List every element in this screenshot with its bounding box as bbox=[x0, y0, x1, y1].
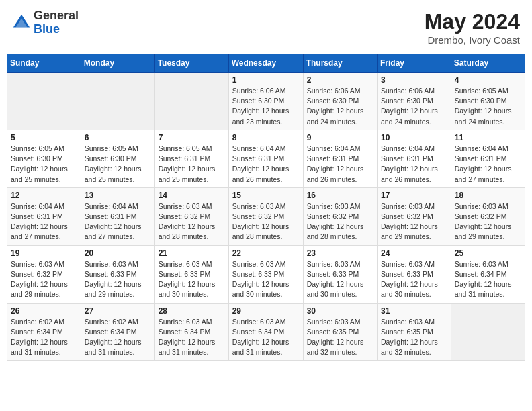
day-info: Sunrise: 6:03 AMSunset: 6:34 PMDaylight:… bbox=[159, 317, 225, 358]
day-info: Sunrise: 6:04 AMSunset: 6:31 PMDaylight:… bbox=[232, 144, 300, 185]
weekday-header-saturday: Saturday bbox=[451, 54, 525, 73]
logo-general-label: General bbox=[34, 9, 79, 23]
day-number: 15 bbox=[232, 191, 300, 200]
day-info: Sunrise: 6:03 AMSunset: 6:33 PMDaylight:… bbox=[85, 259, 151, 300]
day-number: 11 bbox=[455, 133, 521, 142]
day-info: Sunrise: 6:03 AMSunset: 6:34 PMDaylight:… bbox=[455, 259, 521, 300]
day-number: 4 bbox=[455, 75, 521, 85]
day-number: 29 bbox=[232, 306, 300, 316]
day-number: 12 bbox=[11, 191, 77, 200]
calendar-cell: 3Sunrise: 6:06 AMSunset: 6:30 PMDaylight… bbox=[378, 73, 451, 130]
calendar-cell: 12Sunrise: 6:04 AMSunset: 6:31 PMDayligh… bbox=[7, 187, 81, 245]
day-number: 30 bbox=[307, 306, 373, 316]
day-number: 6 bbox=[85, 133, 151, 142]
day-number: 13 bbox=[85, 191, 151, 200]
day-info: Sunrise: 6:04 AMSunset: 6:31 PMDaylight:… bbox=[307, 144, 373, 185]
calendar-cell: 6Sunrise: 6:05 AMSunset: 6:30 PMDaylight… bbox=[81, 130, 154, 187]
calendar-cell bbox=[81, 73, 154, 130]
day-number: 10 bbox=[381, 133, 447, 142]
day-info: Sunrise: 6:05 AMSunset: 6:31 PMDaylight:… bbox=[159, 144, 225, 185]
day-number: 20 bbox=[85, 248, 151, 258]
calendar-cell: 18Sunrise: 6:03 AMSunset: 6:32 PMDayligh… bbox=[451, 187, 525, 245]
calendar-title: May 2024 bbox=[425, 9, 520, 34]
day-number: 22 bbox=[232, 248, 300, 258]
day-number: 24 bbox=[381, 248, 447, 258]
weekday-header-monday: Monday bbox=[81, 54, 154, 73]
calendar-table: SundayMondayTuesdayWednesdayThursdayFrid… bbox=[7, 54, 525, 361]
weekday-header-sunday: Sunday bbox=[7, 54, 81, 73]
calendar-cell: 28Sunrise: 6:03 AMSunset: 6:34 PMDayligh… bbox=[154, 303, 228, 361]
calendar-cell: 24Sunrise: 6:03 AMSunset: 6:33 PMDayligh… bbox=[378, 245, 451, 303]
day-info: Sunrise: 6:03 AMSunset: 6:32 PMDaylight:… bbox=[232, 201, 300, 242]
calendar-week-5: 26Sunrise: 6:02 AMSunset: 6:34 PMDayligh… bbox=[7, 303, 525, 361]
day-number: 3 bbox=[381, 75, 447, 85]
day-info: Sunrise: 6:02 AMSunset: 6:34 PMDaylight:… bbox=[11, 317, 77, 358]
day-info: Sunrise: 6:03 AMSunset: 6:32 PMDaylight:… bbox=[11, 259, 77, 300]
calendar-week-2: 5Sunrise: 6:05 AMSunset: 6:30 PMDaylight… bbox=[7, 130, 525, 187]
day-info: Sunrise: 6:03 AMSunset: 6:33 PMDaylight:… bbox=[307, 259, 373, 300]
calendar-cell bbox=[451, 303, 525, 361]
weekday-header-thursday: Thursday bbox=[303, 54, 377, 73]
calendar-location: Drembo, Ivory Coast bbox=[425, 34, 520, 46]
calendar-cell: 22Sunrise: 6:03 AMSunset: 6:33 PMDayligh… bbox=[228, 245, 303, 303]
calendar-week-4: 19Sunrise: 6:03 AMSunset: 6:32 PMDayligh… bbox=[7, 245, 525, 303]
day-number: 25 bbox=[455, 248, 521, 258]
calendar-cell: 5Sunrise: 6:05 AMSunset: 6:30 PMDaylight… bbox=[7, 130, 81, 187]
weekday-header-tuesday: Tuesday bbox=[154, 54, 228, 73]
day-info: Sunrise: 6:06 AMSunset: 6:30 PMDaylight:… bbox=[381, 86, 447, 127]
calendar-week-1: 1Sunrise: 6:06 AMSunset: 6:30 PMDaylight… bbox=[7, 73, 525, 130]
day-number: 8 bbox=[232, 133, 300, 142]
logo-blue-label: Blue bbox=[34, 23, 79, 36]
day-number: 23 bbox=[307, 248, 373, 258]
day-number: 21 bbox=[159, 248, 225, 258]
day-number: 19 bbox=[11, 248, 77, 258]
calendar-cell: 4Sunrise: 6:05 AMSunset: 6:30 PMDaylight… bbox=[451, 73, 525, 130]
calendar-cell: 2Sunrise: 6:06 AMSunset: 6:30 PMDaylight… bbox=[303, 73, 377, 130]
day-info: Sunrise: 6:04 AMSunset: 6:31 PMDaylight:… bbox=[11, 201, 77, 242]
day-number: 27 bbox=[85, 306, 151, 316]
calendar-cell bbox=[154, 73, 228, 130]
day-info: Sunrise: 6:03 AMSunset: 6:35 PMDaylight:… bbox=[381, 317, 447, 358]
day-info: Sunrise: 6:03 AMSunset: 6:32 PMDaylight:… bbox=[381, 201, 447, 242]
logo: General Blue bbox=[12, 9, 79, 36]
calendar-cell: 21Sunrise: 6:03 AMSunset: 6:33 PMDayligh… bbox=[154, 245, 228, 303]
page-header: General Blue May 2024 Drembo, Ivory Coas… bbox=[7, 7, 525, 48]
weekday-header-wednesday: Wednesday bbox=[228, 54, 303, 73]
calendar-cell: 23Sunrise: 6:03 AMSunset: 6:33 PMDayligh… bbox=[303, 245, 377, 303]
calendar-cell: 25Sunrise: 6:03 AMSunset: 6:34 PMDayligh… bbox=[451, 245, 525, 303]
day-info: Sunrise: 6:05 AMSunset: 6:30 PMDaylight:… bbox=[11, 144, 77, 185]
calendar-cell: 14Sunrise: 6:03 AMSunset: 6:32 PMDayligh… bbox=[154, 187, 228, 245]
calendar-cell: 29Sunrise: 6:03 AMSunset: 6:34 PMDayligh… bbox=[228, 303, 303, 361]
day-number: 2 bbox=[307, 75, 373, 85]
weekday-header-row: SundayMondayTuesdayWednesdayThursdayFrid… bbox=[7, 54, 525, 73]
day-info: Sunrise: 6:05 AMSunset: 6:30 PMDaylight:… bbox=[85, 144, 151, 185]
day-info: Sunrise: 6:03 AMSunset: 6:32 PMDaylight:… bbox=[159, 201, 225, 242]
day-info: Sunrise: 6:03 AMSunset: 6:32 PMDaylight:… bbox=[307, 201, 373, 242]
day-info: Sunrise: 6:03 AMSunset: 6:32 PMDaylight:… bbox=[455, 201, 521, 242]
calendar-cell: 30Sunrise: 6:03 AMSunset: 6:35 PMDayligh… bbox=[303, 303, 377, 361]
calendar-cell: 17Sunrise: 6:03 AMSunset: 6:32 PMDayligh… bbox=[378, 187, 451, 245]
day-number: 5 bbox=[11, 133, 77, 142]
day-info: Sunrise: 6:06 AMSunset: 6:30 PMDaylight:… bbox=[307, 86, 373, 127]
logo-icon bbox=[12, 13, 31, 32]
day-number: 14 bbox=[159, 191, 225, 200]
day-number: 16 bbox=[307, 191, 373, 200]
day-info: Sunrise: 6:03 AMSunset: 6:33 PMDaylight:… bbox=[381, 259, 447, 300]
logo-text: General Blue bbox=[34, 9, 79, 36]
calendar-cell: 8Sunrise: 6:04 AMSunset: 6:31 PMDaylight… bbox=[228, 130, 303, 187]
day-info: Sunrise: 6:03 AMSunset: 6:33 PMDaylight:… bbox=[232, 259, 300, 300]
title-block: May 2024 Drembo, Ivory Coast bbox=[425, 9, 520, 46]
day-number: 7 bbox=[159, 133, 225, 142]
day-number: 26 bbox=[11, 306, 77, 316]
calendar-cell: 16Sunrise: 6:03 AMSunset: 6:32 PMDayligh… bbox=[303, 187, 377, 245]
calendar-cell: 20Sunrise: 6:03 AMSunset: 6:33 PMDayligh… bbox=[81, 245, 154, 303]
day-info: Sunrise: 6:03 AMSunset: 6:34 PMDaylight:… bbox=[232, 317, 300, 358]
day-info: Sunrise: 6:04 AMSunset: 6:31 PMDaylight:… bbox=[455, 144, 521, 185]
weekday-header-friday: Friday bbox=[378, 54, 451, 73]
calendar-cell: 19Sunrise: 6:03 AMSunset: 6:32 PMDayligh… bbox=[7, 245, 81, 303]
day-number: 17 bbox=[381, 191, 447, 200]
day-number: 9 bbox=[307, 133, 373, 142]
day-number: 18 bbox=[455, 191, 521, 200]
calendar-cell: 27Sunrise: 6:02 AMSunset: 6:34 PMDayligh… bbox=[81, 303, 154, 361]
day-info: Sunrise: 6:04 AMSunset: 6:31 PMDaylight:… bbox=[85, 201, 151, 242]
